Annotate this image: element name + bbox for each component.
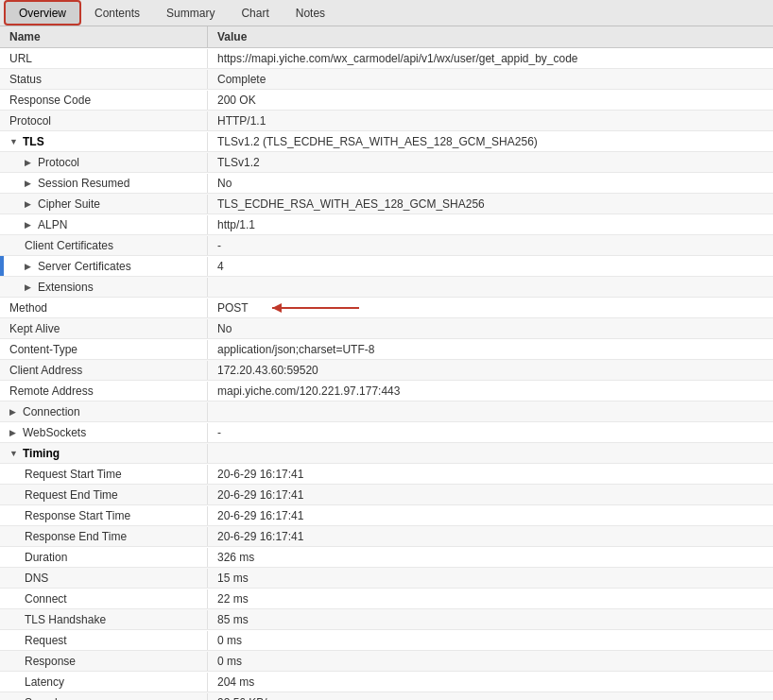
row-value-tls: TLSv1.2 (TLS_ECDHE_RSA_WITH_AES_128_GCM_… [208,132,773,151]
table-row-request-start[interactable]: Request Start Time20-6-29 16:17:41 [0,464,773,485]
table-row-connection[interactable]: Connection [0,401,773,422]
row-name-response-code: Response Code [0,91,208,110]
table-row-tls-alpn[interactable]: ALPNhttp/1.1 [0,214,773,235]
toggle-websockets[interactable] [9,428,19,437]
row-name-websockets: WebSockets [0,423,208,442]
toggle-tls-protocol[interactable] [25,158,34,167]
table-row-dns[interactable]: DNS15 ms [0,568,773,589]
row-label-timing: Timing [23,447,60,460]
toggle-extensions[interactable] [25,282,34,292]
row-label-server-certs: Server Certificates [38,260,131,273]
row-value-status: Complete [208,70,773,89]
row-label-kept-alive: Kept Alive [9,322,60,335]
table-row-speed[interactable]: Speed93.56 KB/s [0,692,773,700]
toggle-connection[interactable] [9,407,19,417]
row-value-tls-alpn: http/1.1 [208,215,773,234]
row-label-client-certs: Client Certificates [25,239,113,252]
row-name-server-certs: Server Certificates [0,257,208,276]
row-value-client-address: 172.20.43.60:59520 [208,361,773,380]
row-label-connection: Connection [23,405,80,418]
row-value-connect: 22 ms [208,589,773,608]
row-name-tls-session: Session Resumed [0,174,208,193]
table-row-connect[interactable]: Connect22 ms [0,589,773,609]
table-row-tls[interactable]: TLSTLSv1.2 (TLS_ECDHE_RSA_WITH_AES_128_G… [0,131,773,152]
row-label-duration: Duration [25,551,67,564]
row-value-duration: 326 ms [208,548,773,567]
table-row-extensions[interactable]: Extensions [0,277,773,298]
row-name-tls-handshake: TLS Handshake [0,610,208,629]
row-name-method: Method [0,299,208,317]
row-value-response-t: 0 ms [208,652,773,671]
row-value-speed: 93.56 KB/s [208,693,773,701]
row-label-protocol: Protocol [9,114,51,128]
row-label-tls-alpn: ALPN [38,218,67,231]
toggle-tls-session[interactable] [25,179,34,188]
table-row-response-code[interactable]: Response Code200 OK [0,90,773,111]
table-row-tls-protocol[interactable]: ProtocolTLSv1.2 [0,152,773,173]
row-name-response-t: Response [0,652,208,671]
row-name-connection: Connection [0,402,208,421]
table-row-client-address[interactable]: Client Address172.20.43.60:59520 [0,360,773,381]
table-row-request-t[interactable]: Request0 ms [0,630,773,651]
row-name-extensions: Extensions [0,278,208,297]
col-name-header: Name [0,26,208,47]
row-value-websockets: - [208,423,773,442]
table-row-protocol[interactable]: ProtocolHTTP/1.1 [0,111,773,131]
table-row-method[interactable]: MethodPOST [0,298,773,318]
row-value-extensions [208,284,773,290]
table-row-tls-handshake[interactable]: TLS Handshake85 ms [0,609,773,630]
toggle-tls-cipher[interactable] [25,199,34,209]
row-label-method: Method [9,301,47,315]
table-row-response-t[interactable]: Response0 ms [0,651,773,672]
tab-contents[interactable]: Contents [81,0,153,26]
table-row-websockets[interactable]: WebSockets- [0,422,773,443]
table-row-latency[interactable]: Latency204 ms [0,672,773,692]
row-name-request-end: Request End Time [0,486,208,504]
row-label-connect: Connect [25,592,67,606]
row-value-timing [208,451,773,456]
toggle-tls[interactable] [9,137,19,146]
row-label-status: Status [9,73,42,86]
table-row-response-start[interactable]: Response Start Time20-6-29 16:17:41 [0,505,773,526]
tab-notes[interactable]: Notes [283,0,338,26]
tab-overview[interactable]: Overview [4,0,81,26]
table-row-response-end[interactable]: Response End Time20-6-29 16:17:41 [0,526,773,547]
row-label-response-t: Response [25,655,76,668]
table-row-request-end[interactable]: Request End Time20-6-29 16:17:41 [0,485,773,505]
row-value-method: POST [208,299,773,317]
row-name-client-address: Client Address [0,361,208,380]
tab-summary[interactable]: Summary [153,0,228,26]
table-row-url[interactable]: URLhttps://mapi.yiche.com/wx_carmodel/ap… [0,48,773,69]
tab-chart[interactable]: Chart [228,0,282,26]
row-name-tls-alpn: ALPN [0,215,208,234]
table-header: Name Value [0,26,773,48]
toggle-tls-alpn[interactable] [25,220,34,230]
table-row-timing[interactable]: Timing [0,443,773,464]
toggle-timing[interactable] [9,449,19,458]
table-row-kept-alive[interactable]: Kept AliveNo [0,318,773,339]
tab-bar: OverviewContentsSummaryChartNotes [0,0,773,26]
row-name-kept-alive: Kept Alive [0,319,208,338]
table-row-content-type[interactable]: Content-Typeapplication/json;charset=UTF… [0,339,773,360]
row-value-response-end: 20-6-29 16:17:41 [208,527,773,546]
table-body: URLhttps://mapi.yiche.com/wx_carmodel/ap… [0,48,773,700]
row-name-client-certs: Client Certificates [0,236,208,255]
row-label-latency: Latency [25,675,64,689]
table-row-remote-address[interactable]: Remote Addressmapi.yiche.com/120.221.97.… [0,381,773,401]
row-name-duration: Duration [0,548,208,567]
row-name-tls-cipher: Cipher Suite [0,195,208,213]
table-row-tls-session[interactable]: Session ResumedNo [0,173,773,194]
table-row-tls-cipher[interactable]: Cipher SuiteTLS_ECDHE_RSA_WITH_AES_128_G… [0,194,773,214]
toggle-server-certs[interactable] [25,262,34,271]
row-value-request-start: 20-6-29 16:17:41 [208,465,773,484]
row-value-latency: 204 ms [208,673,773,691]
row-label-request-start: Request Start Time [25,468,122,481]
table-row-server-certs[interactable]: Server Certificates4 [0,256,773,277]
row-name-tls: TLS [0,132,208,151]
table-row-duration[interactable]: Duration326 ms [0,547,773,568]
row-value-tls-cipher: TLS_ECDHE_RSA_WITH_AES_128_GCM_SHA256 [208,195,773,213]
row-label-response-end: Response End Time [25,530,127,543]
row-value-remote-address: mapi.yiche.com/120.221.97.177:443 [208,382,773,401]
table-row-status[interactable]: StatusComplete [0,69,773,90]
table-row-client-certs[interactable]: Client Certificates- [0,235,773,256]
